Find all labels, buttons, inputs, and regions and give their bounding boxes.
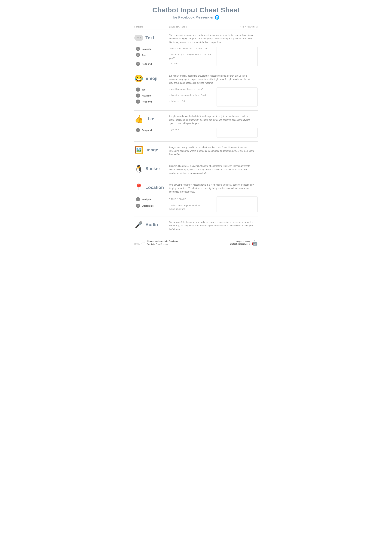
emoji-row-0: 1 Test = what happens if I send an emoji… — [134, 88, 217, 92]
row-example-emoji-2: = haha yes / OK — [169, 100, 217, 103]
section-header-location: 📍 Location One powerful feature of Messe… — [134, 183, 258, 194]
row-number-text-2: 3 — [136, 62, 140, 66]
page-title: Chatbot Input Cheat Sheet — [134, 6, 258, 14]
row-number-emoji-1: 2 — [136, 94, 140, 98]
credits-line2: Emojis by EmojiOne.com — [147, 243, 178, 246]
location-row-1: 2 Customize = subscribe to regional serv… — [134, 203, 217, 211]
col-examples: Examples/Meaning — [169, 26, 217, 28]
section-icon-audio: 🎤 — [134, 220, 143, 229]
text-rows: 1 Navigate "what's hot?" "show me..." "m… — [134, 47, 258, 66]
footer-left: creative commons c © Messenger elements … — [134, 240, 178, 246]
section-icon-sticker: 🐧 — [134, 164, 143, 173]
text-row-2: 3 Respond "ok" "yup" — [134, 62, 217, 66]
text-bubble-icon — [134, 35, 143, 41]
messenger-icon — [215, 15, 219, 20]
section-emoji: 😂 Emoji Emojis are quickly becoming prev… — [134, 70, 258, 110]
section-header-emoji: 😂 Emoji Emojis are quickly becoming prev… — [134, 74, 258, 85]
credits-line1: Messenger elements by Facebook — [147, 240, 178, 242]
section-title-sticker: Sticker — [145, 166, 160, 171]
col-functions: Functions — [134, 26, 169, 28]
audio-icon: 🎤 — [135, 221, 143, 228]
image-icon: 🖼️ — [135, 146, 143, 154]
row-label-emoji-2: 3 Respond — [134, 100, 169, 104]
row-label-text-like-0: Respond — [142, 129, 152, 131]
location-notes-box — [217, 197, 258, 212]
row-number-text-1: 2 — [136, 53, 140, 57]
section-header-like: 👍 Like People already use the built-in "… — [134, 115, 258, 125]
section-sticker: 🐧 Sticker Stickers, like emojis, display… — [134, 160, 258, 179]
row-number-text-0: 1 — [136, 47, 140, 51]
svg-text:©: © — [143, 242, 144, 244]
section-header-image: 🖼️ Image Images are mostly used to acces… — [134, 146, 258, 156]
row-example-emoji-0: = what happens if I send an emoji? — [169, 88, 217, 91]
like-icon: 👍 — [134, 115, 143, 123]
robot-icon: 🤖 — [252, 240, 258, 246]
footer-site: Chatbot-Academy.com — [230, 243, 250, 245]
section-icon-like: 👍 — [134, 115, 143, 124]
section-icon-emoji: 😂 — [134, 74, 143, 83]
row-label-text-1: 2 Test — [134, 53, 169, 57]
section-audio: 🎤 Audio Siri, anyone? As the number of a… — [134, 216, 258, 235]
row-label-text-2: 3 Respond — [134, 62, 169, 66]
row-example-text-0: "what's hot?" "show me..." "menu" "help" — [169, 47, 217, 50]
svg-text:commons: commons — [134, 244, 140, 245]
row-label-text-emoji-1: Navigate — [142, 94, 152, 97]
section-desc-location: One powerful feature of Messenger is tha… — [169, 183, 258, 194]
row-number-location-1: 2 — [136, 204, 140, 208]
row-number-emoji-2: 3 — [136, 100, 140, 104]
section-desc-text: There are various ways text can be used … — [169, 33, 258, 44]
section-header-text: Text There are various ways text can be … — [134, 33, 258, 44]
page-subtitle: for Facebook Messenger — [134, 15, 258, 20]
location-rows-left: 1 Navigate = show X nearby 2 Customize =… — [134, 197, 217, 212]
location-icon: 📍 — [134, 183, 143, 192]
footer-credits: Messenger elements by Facebook Emojis by… — [147, 240, 178, 246]
row-label-emoji-1: 2 Navigate — [134, 94, 169, 98]
footer: creative commons c © Messenger elements … — [134, 240, 258, 246]
row-label-text-location-1: Customize — [142, 204, 154, 207]
row-example-emoji-1: = I want to see something funny / sad — [169, 94, 217, 97]
text-row-0: 1 Navigate "what's hot?" "show me..." "m… — [134, 47, 217, 51]
like-notes-box — [217, 128, 258, 138]
section-title-text: Text — [145, 35, 154, 40]
emoji-rows-left: 1 Test = what happens if I send an emoji… — [134, 88, 217, 106]
svg-text:c: c — [142, 242, 143, 244]
row-example-text-1: "I love/hate you" "are you a bot?" "how … — [169, 53, 217, 60]
section-like: 👍 Like People already use the built-in "… — [134, 110, 258, 142]
text-row-1: 2 Test "I love/hate you" "are you a bot?… — [134, 53, 217, 60]
section-desc-audio: Siri, anyone? As the number of audio mes… — [169, 220, 258, 231]
row-label-like-0: 1 Respond — [134, 128, 169, 132]
location-row-0: 1 Navigate = show X nearby — [134, 197, 217, 201]
section-title-image: Image — [145, 147, 158, 153]
row-number-like-0: 1 — [136, 128, 140, 132]
section-icon-col-like: 👍 Like — [134, 115, 169, 124]
row-label-text-text-0: Navigate — [142, 48, 152, 50]
row-example-like-0: = yes / OK — [169, 128, 217, 131]
col-notes: Your Notes/Actions — [217, 26, 258, 28]
row-label-text-emoji-2: Respond — [142, 100, 152, 103]
section-icon-image: 🖼️ — [134, 146, 143, 154]
column-headers: Functions Examples/Meaning Your Notes/Ac… — [134, 24, 258, 29]
brought-by: brought to you by — [235, 241, 250, 243]
section-icon-col-audio: 🎤 Audio — [134, 220, 169, 229]
section-desc-like: People already use the built-in "thumbs … — [169, 115, 258, 125]
section-header-sticker: 🐧 Sticker Stickers, like emojis, display… — [134, 164, 258, 175]
row-number-emoji-0: 1 — [136, 88, 140, 92]
text-rows-left: 1 Navigate "what's hot?" "show me..." "m… — [134, 47, 217, 66]
location-rows: 1 Navigate = show X nearby 2 Customize =… — [134, 197, 258, 212]
page-header: Chatbot Input Cheat Sheet for Facebook M… — [134, 6, 258, 20]
section-header-audio: 🎤 Audio Siri, anyone? As the number of a… — [134, 220, 258, 231]
row-label-text-location-0: Navigate — [142, 198, 152, 200]
footer-right: brought to you by Chatbot-Academy.com 🤖 — [230, 240, 258, 246]
section-desc-sticker: Stickers, like emojis, display illustrat… — [169, 164, 258, 175]
section-icon-col-location: 📍 Location — [134, 183, 169, 192]
row-label-text-emoji-0: Test — [142, 88, 146, 91]
like-rows: 1 Respond = yes / OK — [134, 128, 258, 138]
section-image: 🖼️ Image Images are mostly used to acces… — [134, 142, 258, 160]
row-label-text-text-1: Test — [142, 54, 146, 56]
row-label-emoji-0: 1 Test — [134, 88, 169, 92]
section-location: 📍 Location One powerful feature of Messe… — [134, 179, 258, 216]
section-title-location: Location — [145, 185, 164, 190]
row-label-text-0: 1 Navigate — [134, 47, 169, 51]
emoji-icon: 😂 — [134, 74, 143, 83]
section-desc-emoji: Emojis are quickly becoming prevalent in… — [169, 74, 258, 85]
